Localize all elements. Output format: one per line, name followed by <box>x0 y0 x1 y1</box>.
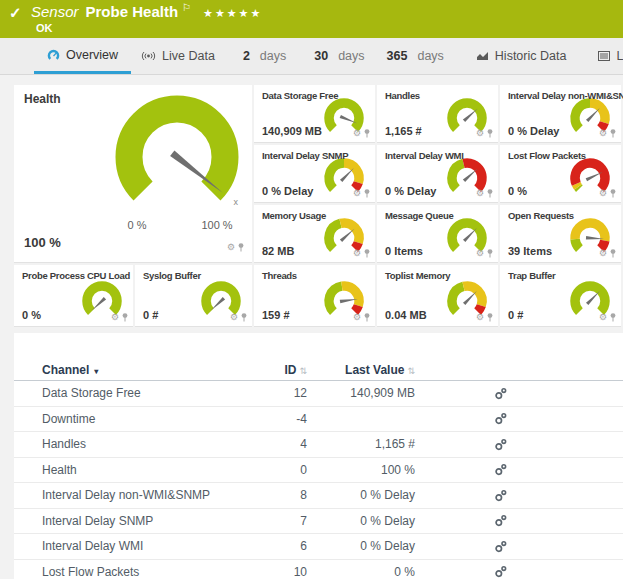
pin-icon[interactable] <box>487 249 493 258</box>
pin-icon[interactable] <box>364 313 370 322</box>
gauge-value: 0 Items <box>385 245 423 257</box>
tab-log[interactable]: Log <box>590 38 623 74</box>
gauge-title: Syslog Buffer <box>143 270 252 281</box>
gear-icon[interactable]: ⚙ <box>599 189 607 198</box>
tab-365-days[interactable]: 365 days <box>379 38 452 74</box>
broadcast-icon <box>141 51 156 61</box>
pin-icon[interactable] <box>364 249 370 258</box>
pin-icon[interactable] <box>241 313 247 322</box>
pin-icon[interactable] <box>610 189 616 198</box>
gauge-title: Threads <box>262 270 375 281</box>
channel-last-value: 0 % Delay <box>307 514 415 528</box>
channel-settings-icon[interactable] <box>494 438 507 451</box>
tab-live-data-label: Live Data <box>162 49 215 63</box>
channel-name: Lost Flow Packets <box>42 565 267 579</box>
channel-settings-icon[interactable] <box>494 514 507 527</box>
gauge-title: Memory Usage <box>262 210 375 221</box>
channel-row: Interval Delay non-WMI&SNMP80 % Delay <box>14 483 623 509</box>
gauge-panel[interactable]: Interval Delay WMI 0 % Delay ⚙ <box>377 145 498 203</box>
gauge-panel[interactable]: Memory Usage 82 MB ⚙ <box>254 205 375 263</box>
channel-row: Handles41,165 # <box>14 432 623 458</box>
gear-icon[interactable]: ⚙ <box>599 249 607 258</box>
object-kind-label: Sensor <box>31 3 79 20</box>
channel-id: 7 <box>267 514 307 528</box>
channel-settings-icon[interactable] <box>494 565 507 578</box>
gear-icon[interactable]: ⚙ <box>353 129 361 138</box>
pin-icon[interactable] <box>487 189 493 198</box>
column-header-id[interactable]: ID⇅ <box>267 363 307 377</box>
gear-icon[interactable]: ⚙ <box>353 189 361 198</box>
tab-30-days-unit: days <box>338 49 364 63</box>
gear-icon[interactable]: ⚙ <box>476 189 484 198</box>
gear-icon[interactable]: ⚙ <box>353 313 361 322</box>
gauge-panel[interactable]: Interval Delay SNMP 0 % Delay ⚙ <box>254 145 375 203</box>
gear-icon[interactable]: ⚙ <box>476 249 484 258</box>
gauge-value: 0 % <box>22 309 41 321</box>
channel-settings-icon[interactable] <box>494 489 507 502</box>
gauge-title: Toplist Memory <box>385 270 498 281</box>
gauge-title: Handles <box>385 90 498 101</box>
channel-last-value: 0 % <box>307 565 415 579</box>
channel-last-value: 1,165 # <box>307 437 415 451</box>
gauge-value: 1,165 # <box>385 125 422 137</box>
gauge-panel[interactable]: Interval Delay non-WMI&SNMP 0 % Delay ⚙ <box>500 85 621 143</box>
gauge-value: 0 % <box>508 185 527 197</box>
flag-icon[interactable]: ⚐ <box>182 2 191 13</box>
gauge-value: 0 % Delay <box>385 185 436 197</box>
channel-name: Handles <box>42 437 267 451</box>
gauge-value: 140,909 MB <box>262 125 322 137</box>
gauge-panel[interactable]: Handles 1,165 # ⚙ <box>377 85 498 143</box>
gauge-title: Interval Delay WMI <box>385 150 498 161</box>
tab-30-days[interactable]: 30 days <box>306 38 372 74</box>
gear-icon[interactable]: ⚙ <box>353 249 361 258</box>
gauge-panel[interactable]: Syslog Buffer 0 # ⚙ <box>135 265 252 327</box>
channel-settings-icon[interactable] <box>494 412 507 425</box>
pin-icon[interactable] <box>610 249 616 258</box>
gauge-panel[interactable]: Toplist Memory 0.04 MB ⚙ <box>377 265 498 327</box>
gear-icon[interactable]: ⚙ <box>230 313 238 322</box>
sort-toggle-icon: ⇅ <box>407 366 415 376</box>
gauge-title: Probe Process CPU Load <box>22 270 133 281</box>
pin-icon[interactable] <box>122 313 128 322</box>
gauge-title: Data Storage Free <box>262 90 375 101</box>
health-panel[interactable]: Health 0 %100 % x 100 % ⚙ <box>14 85 252 263</box>
tab-live-data[interactable]: Live Data <box>131 38 225 74</box>
channel-name: Data Storage Free <box>42 386 267 400</box>
gauge-panel[interactable]: Message Queue 0 Items ⚙ <box>377 205 498 263</box>
gear-icon[interactable]: ⚙ <box>111 313 119 322</box>
pin-icon[interactable] <box>238 243 244 252</box>
channel-name: Interval Delay SNMP <box>42 514 267 528</box>
gear-icon[interactable]: ⚙ <box>599 129 607 138</box>
tab-historic-data[interactable]: Historic Data <box>468 38 575 74</box>
channel-settings-icon[interactable] <box>494 463 507 476</box>
gear-icon[interactable]: ⚙ <box>476 129 484 138</box>
gear-icon[interactable]: ⚙ <box>227 243 235 252</box>
pin-icon[interactable] <box>487 313 493 322</box>
channel-settings-icon[interactable] <box>494 387 507 400</box>
pin-icon[interactable] <box>610 129 616 138</box>
gauge-value: 0 % Delay <box>508 125 559 137</box>
tab-365-days-number: 365 <box>387 49 408 63</box>
tab-2-days[interactable]: 2 days <box>235 38 294 74</box>
pin-icon[interactable] <box>610 313 616 322</box>
tab-overview[interactable]: Overview <box>34 38 131 74</box>
gauge-panel[interactable]: Data Storage Free 140,909 MB ⚙ <box>254 85 375 143</box>
gear-icon[interactable]: ⚙ <box>476 313 484 322</box>
gauge-panel[interactable]: Threads 159 # ⚙ <box>254 265 375 327</box>
gauge-panel[interactable]: Open Requests 39 Items ⚙ <box>500 205 621 263</box>
pin-icon[interactable] <box>364 189 370 198</box>
pin-icon[interactable] <box>364 129 370 138</box>
pin-icon[interactable] <box>487 129 493 138</box>
channel-id: 10 <box>267 565 307 579</box>
priority-stars[interactable]: ★★★★★ <box>203 7 262 19</box>
gauge-panel[interactable]: Lost Flow Packets 0 % ⚙ <box>500 145 621 203</box>
channel-settings-icon[interactable] <box>494 540 507 553</box>
tab-historic-data-label: Historic Data <box>495 49 567 63</box>
tab-overview-label: Overview <box>66 48 118 62</box>
gauge-panel[interactable]: Probe Process CPU Load 0 % ⚙ <box>14 265 133 327</box>
gauge-panel[interactable]: Trap Buffer 0 # ⚙ <box>500 265 621 327</box>
channel-last-value: 140,909 MB <box>307 386 415 400</box>
column-header-last-value[interactable]: Last Value⇅ <box>307 363 415 377</box>
gear-icon[interactable]: ⚙ <box>599 313 607 322</box>
column-header-channel[interactable]: Channel▾ <box>42 363 267 377</box>
